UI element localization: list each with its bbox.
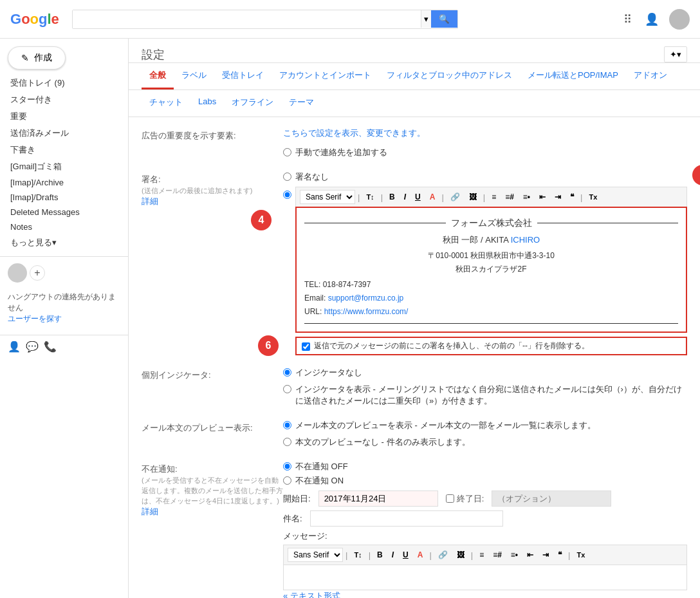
msg-image-btn[interactable]: 🖼	[453, 548, 468, 561]
sig-indent-right-btn[interactable]: ⇥	[551, 191, 565, 203]
phone-icon[interactable]: 📞	[44, 341, 57, 353]
main-container: ✎ 作成 受信トレイ (9) スター付き 重要 送信済みメール 下書き [Gma…	[0, 39, 700, 598]
msg-link-btn[interactable]: 🔗	[434, 548, 452, 561]
ad-importance-link[interactable]: こちらで設定を表示、変更できます。	[283, 128, 425, 138]
tab-themes[interactable]: テーマ	[281, 90, 322, 117]
msg-num-list-btn[interactable]: ≡#	[489, 548, 506, 561]
sig-building: 秋田スカイプラザ2F	[304, 263, 678, 276]
tab-addons[interactable]: アドオン	[626, 63, 675, 89]
account-icon[interactable]: 👤	[642, 10, 661, 29]
sig-url-link[interactable]: https://www.formzu.com/	[324, 307, 409, 316]
msg-italic-btn[interactable]: I	[388, 548, 398, 561]
preview-off-radio[interactable]	[283, 438, 291, 446]
signature-row: 署名: (送信メールの最後に追加されます) 詳細 4 5 署名なし	[142, 171, 687, 357]
sig-detail-link[interactable]: 詳細	[142, 196, 158, 206]
sidebar-item-imap-drafts[interactable]: [Imap]/Drafts	[0, 190, 123, 205]
find-users-link[interactable]: ユーザーを探す	[8, 314, 62, 323]
sig-color-btn[interactable]: A	[426, 191, 439, 203]
settings-title: 設定	[142, 47, 165, 62]
sig-editor[interactable]: フォームズ株式会社 秋田 一郎 / AKITA ICHIRO 〒010-0001…	[295, 207, 687, 333]
msg-indent-left-btn[interactable]: ⇤	[523, 548, 537, 561]
msg-remove-format-btn[interactable]: Tx	[573, 549, 589, 561]
contacts-icon[interactable]: 👤	[8, 341, 21, 353]
msg-color-btn[interactable]: A	[414, 548, 427, 561]
tab-filters[interactable]: フィルタとブロック中のアドレス	[379, 63, 520, 89]
sig-num-list-btn[interactable]: ≡#	[501, 191, 518, 203]
indicator-none-radio[interactable]	[283, 368, 291, 377]
sidebar-item-more[interactable]: もっと見る▾	[0, 234, 123, 251]
sidebar-item-drafts[interactable]: 下書き	[0, 142, 123, 158]
sidebar-item-starred[interactable]: スター付き	[0, 91, 123, 108]
sig-bold-btn[interactable]: B	[385, 191, 399, 203]
sig-font-select[interactable]: Sans Serif	[300, 190, 355, 204]
msg-font-select[interactable]: Sans Serif	[288, 548, 343, 562]
sig-none-radio[interactable]	[283, 173, 291, 181]
sig-editor-radio[interactable]	[283, 191, 291, 199]
sidebar-item-notes[interactable]: Notes	[0, 220, 123, 234]
end-date-input[interactable]	[492, 491, 611, 507]
absence-label: 不在通知: (メールを受信すると不在メッセージを自動返信します。複数のメールを送…	[142, 461, 283, 598]
tab-labels[interactable]: ラベル	[174, 63, 214, 89]
sig-remove-format-btn[interactable]: Tx	[585, 191, 601, 203]
msg-bullet-btn[interactable]: ≡•	[507, 548, 522, 561]
avatar[interactable]	[669, 9, 690, 30]
sig-indent-left-btn[interactable]: ⇤	[535, 191, 549, 203]
sig-image-btn[interactable]: 🖼	[465, 191, 481, 203]
msg-bold-btn[interactable]: B	[373, 548, 387, 561]
sig-underline-btn[interactable]: U	[411, 191, 425, 203]
apps-grid-icon[interactable]: ⠿	[621, 10, 634, 29]
sidebar-item-inbox[interactable]: 受信トレイ (9)	[0, 75, 123, 91]
sidebar-item-trash[interactable]: [Gmail]ゴミ箱	[0, 158, 123, 175]
sig-email-link[interactable]: support@formzu.co.jp	[328, 294, 404, 303]
start-date-input[interactable]	[318, 491, 438, 507]
settings-gear-button[interactable]: ✦▾	[664, 46, 687, 62]
end-date-checkbox[interactable]	[446, 494, 454, 503]
settings-header: 設定 ✦▾	[129, 39, 700, 63]
absence-options: 不在通知 OFF 不在通知 ON 開始日: 終了日:	[283, 461, 687, 598]
sig-quote-btn[interactable]: ❝	[566, 191, 578, 203]
absence-on-radio[interactable]	[283, 476, 291, 485]
chat-icon[interactable]: 💬	[26, 341, 39, 353]
preview-on-radio[interactable]	[283, 421, 291, 429]
absence-off-radio[interactable]	[283, 462, 291, 471]
absence-detail-link[interactable]: 詳細	[142, 507, 158, 516]
sig-link-btn[interactable]: 🔗	[447, 191, 464, 203]
search-dropdown-btn[interactable]: ▾	[421, 10, 431, 28]
sidebar-item-important[interactable]: 重要	[0, 108, 123, 125]
search-input[interactable]	[73, 10, 421, 28]
contact-add-row: 手動で連絡先を追加する	[142, 147, 687, 161]
absence-row: 不在通知: (メールを受信すると不在メッセージを自動返信します。複数のメールを送…	[142, 461, 687, 598]
sig-ichiro-link[interactable]: ICHIRO	[511, 235, 540, 245]
tab-labs[interactable]: Labs	[190, 90, 224, 117]
msg-quote-btn[interactable]: ❝	[554, 548, 566, 561]
compose-button[interactable]: ✎ 作成	[8, 46, 66, 70]
sig-font-size-btn[interactable]: T↕	[362, 191, 378, 203]
sidebar-item-sent[interactable]: 送信済みメール	[0, 125, 123, 142]
msg-underline-btn[interactable]: U	[399, 548, 412, 561]
absence-sublabel: (メールを受信すると不在メッセージを自動返信します。複数のメールを送信した相手方…	[142, 476, 283, 505]
tab-chat[interactable]: チャット	[142, 90, 190, 117]
tab-offline[interactable]: オフライン	[224, 90, 281, 117]
contact-manual-radio[interactable]	[283, 148, 291, 156]
sidebar-item-deleted[interactable]: Deleted Messages	[0, 205, 123, 220]
tab-inbox[interactable]: 受信トレイ	[214, 63, 272, 89]
tab-forwarding[interactable]: メール転送とPOP/IMAP	[520, 63, 626, 89]
msg-font-size-btn[interactable]: T↕	[350, 549, 365, 561]
subject-input[interactable]	[310, 510, 503, 527]
search-button[interactable]: 🔍	[431, 10, 457, 28]
msg-align-btn[interactable]: ≡	[475, 548, 488, 561]
add-chat-button[interactable]: +	[30, 265, 45, 281]
msg-editor[interactable]	[283, 565, 687, 590]
tab-accounts[interactable]: アカウントとインポート	[272, 63, 379, 89]
message-label: メッセージ:	[283, 531, 327, 541]
sig-bullet-btn[interactable]: ≡•	[519, 191, 534, 203]
sig-italic-btn[interactable]: I	[400, 191, 410, 203]
text-format-link[interactable]: « テキスト形式	[283, 591, 340, 598]
msg-indent-right-btn[interactable]: ⇥	[539, 548, 553, 561]
sig-toolbar: Sans Serif | T↕ | B I U A | 🔗 🖼	[295, 187, 687, 207]
sidebar-item-archive[interactable]: [Imap]/Archive	[0, 175, 123, 190]
tab-general[interactable]: 全般	[142, 63, 174, 89]
indicator-show-radio[interactable]	[283, 385, 291, 393]
sig-align-btn[interactable]: ≡	[488, 191, 500, 203]
sig-insert-checkbox[interactable]	[302, 342, 310, 351]
